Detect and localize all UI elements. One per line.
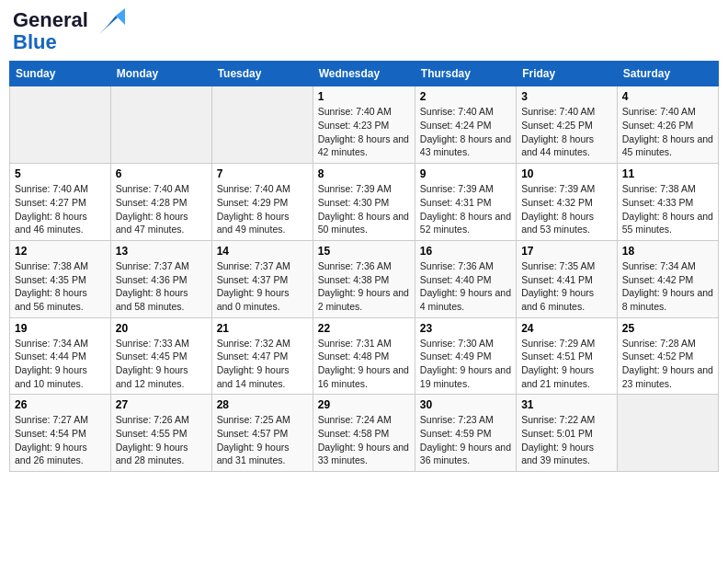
calendar-cell — [110, 86, 211, 164]
day-info: Sunrise: 7:34 AM Sunset: 4:44 PM Dayligh… — [15, 337, 106, 391]
day-number: 25 — [622, 322, 713, 335]
calendar-cell: 3Sunrise: 7:40 AM Sunset: 4:25 PM Daylig… — [517, 86, 618, 164]
calendar-cell: 17Sunrise: 7:35 AM Sunset: 4:41 PM Dayli… — [517, 240, 618, 317]
day-number: 26 — [15, 398, 106, 411]
calendar-cell: 4Sunrise: 7:40 AM Sunset: 4:26 PM Daylig… — [617, 86, 718, 164]
calendar-cell: 15Sunrise: 7:36 AM Sunset: 4:38 PM Dayli… — [313, 240, 415, 317]
calendar-body: 1Sunrise: 7:40 AM Sunset: 4:23 PM Daylig… — [10, 86, 719, 472]
calendar-cell: 24Sunrise: 7:29 AM Sunset: 4:51 PM Dayli… — [517, 317, 618, 395]
day-info: Sunrise: 7:40 AM Sunset: 4:23 PM Dayligh… — [318, 105, 410, 159]
day-info: Sunrise: 7:38 AM Sunset: 4:33 PM Dayligh… — [622, 182, 713, 236]
day-number: 14 — [217, 245, 308, 258]
calendar-cell: 30Sunrise: 7:23 AM Sunset: 4:59 PM Dayli… — [415, 395, 516, 472]
calendar-cell: 29Sunrise: 7:24 AM Sunset: 4:58 PM Dayli… — [313, 395, 415, 472]
calendar-cell: 31Sunrise: 7:22 AM Sunset: 5:01 PM Dayli… — [517, 395, 618, 472]
calendar-cell: 22Sunrise: 7:31 AM Sunset: 4:48 PM Dayli… — [313, 317, 415, 395]
calendar-cell: 8Sunrise: 7:39 AM Sunset: 4:30 PM Daylig… — [313, 164, 415, 241]
day-info: Sunrise: 7:38 AM Sunset: 4:35 PM Dayligh… — [15, 259, 106, 314]
day-number: 10 — [521, 167, 612, 180]
day-number: 11 — [622, 167, 713, 180]
day-number: 16 — [420, 245, 511, 258]
day-number: 18 — [622, 245, 713, 258]
day-info: Sunrise: 7:28 AM Sunset: 4:52 PM Dayligh… — [622, 337, 713, 391]
day-number: 28 — [217, 398, 308, 411]
day-info: Sunrise: 7:40 AM Sunset: 4:28 PM Dayligh… — [116, 182, 207, 236]
calendar-cell: 6Sunrise: 7:40 AM Sunset: 4:28 PM Daylig… — [110, 164, 211, 241]
day-info: Sunrise: 7:40 AM Sunset: 4:27 PM Dayligh… — [15, 182, 106, 236]
day-of-week-header: Monday — [110, 62, 211, 86]
day-number: 8 — [318, 167, 410, 180]
day-of-week-header: Saturday — [617, 62, 718, 86]
day-info: Sunrise: 7:40 AM Sunset: 4:26 PM Dayligh… — [622, 105, 713, 159]
calendar-cell: 11Sunrise: 7:38 AM Sunset: 4:33 PM Dayli… — [617, 164, 718, 241]
day-number: 9 — [420, 167, 511, 180]
logo-text: GeneralBlue — [13, 9, 88, 53]
day-of-week-header: Thursday — [415, 62, 516, 86]
svg-marker-1 — [116, 8, 125, 25]
calendar-week-row: 1Sunrise: 7:40 AM Sunset: 4:23 PM Daylig… — [10, 86, 719, 164]
day-info: Sunrise: 7:33 AM Sunset: 4:45 PM Dayligh… — [116, 337, 207, 391]
day-info: Sunrise: 7:40 AM Sunset: 4:24 PM Dayligh… — [420, 105, 511, 159]
day-info: Sunrise: 7:29 AM Sunset: 4:51 PM Dayligh… — [521, 337, 612, 391]
day-info: Sunrise: 7:40 AM Sunset: 4:29 PM Dayligh… — [217, 182, 308, 236]
calendar-cell: 2Sunrise: 7:40 AM Sunset: 4:24 PM Daylig… — [415, 86, 516, 164]
day-info: Sunrise: 7:23 AM Sunset: 4:59 PM Dayligh… — [420, 413, 511, 467]
day-of-week-header: Friday — [517, 62, 618, 86]
calendar-week-row: 26Sunrise: 7:27 AM Sunset: 4:54 PM Dayli… — [10, 395, 719, 472]
calendar-week-row: 19Sunrise: 7:34 AM Sunset: 4:44 PM Dayli… — [10, 317, 719, 395]
day-info: Sunrise: 7:36 AM Sunset: 4:40 PM Dayligh… — [420, 259, 511, 314]
calendar-cell: 16Sunrise: 7:36 AM Sunset: 4:40 PM Dayli… — [415, 240, 516, 317]
day-of-week-header: Tuesday — [211, 62, 313, 86]
day-number: 12 — [15, 245, 106, 258]
calendar-cell: 12Sunrise: 7:38 AM Sunset: 4:35 PM Dayli… — [10, 240, 111, 317]
day-info: Sunrise: 7:40 AM Sunset: 4:25 PM Dayligh… — [521, 105, 612, 159]
logo: GeneralBlue — [13, 9, 125, 53]
day-number: 30 — [420, 398, 511, 411]
calendar-cell: 27Sunrise: 7:26 AM Sunset: 4:55 PM Dayli… — [110, 395, 211, 472]
calendar-cell: 20Sunrise: 7:33 AM Sunset: 4:45 PM Dayli… — [110, 317, 211, 395]
day-info: Sunrise: 7:37 AM Sunset: 4:36 PM Dayligh… — [116, 259, 207, 314]
day-info: Sunrise: 7:39 AM Sunset: 4:30 PM Dayligh… — [318, 182, 410, 236]
calendar-cell: 21Sunrise: 7:32 AM Sunset: 4:47 PM Dayli… — [211, 317, 313, 395]
day-info: Sunrise: 7:31 AM Sunset: 4:48 PM Dayligh… — [318, 337, 410, 391]
day-info: Sunrise: 7:36 AM Sunset: 4:38 PM Dayligh… — [318, 259, 410, 314]
calendar-week-row: 12Sunrise: 7:38 AM Sunset: 4:35 PM Dayli… — [10, 240, 719, 317]
calendar-cell: 25Sunrise: 7:28 AM Sunset: 4:52 PM Dayli… — [617, 317, 718, 395]
day-number: 7 — [217, 167, 308, 180]
calendar-cell: 13Sunrise: 7:37 AM Sunset: 4:36 PM Dayli… — [110, 240, 211, 317]
calendar-cell: 10Sunrise: 7:39 AM Sunset: 4:32 PM Dayli… — [517, 164, 618, 241]
day-info: Sunrise: 7:34 AM Sunset: 4:42 PM Dayligh… — [622, 259, 713, 314]
day-number: 19 — [15, 322, 106, 335]
day-info: Sunrise: 7:25 AM Sunset: 4:57 PM Dayligh… — [217, 413, 308, 467]
day-number: 13 — [116, 245, 207, 258]
day-info: Sunrise: 7:39 AM Sunset: 4:32 PM Dayligh… — [521, 182, 612, 236]
day-info: Sunrise: 7:37 AM Sunset: 4:37 PM Dayligh… — [217, 259, 308, 314]
day-info: Sunrise: 7:30 AM Sunset: 4:49 PM Dayligh… — [420, 337, 511, 391]
day-number: 20 — [116, 322, 207, 335]
day-number: 2 — [420, 90, 511, 103]
calendar-week-row: 5Sunrise: 7:40 AM Sunset: 4:27 PM Daylig… — [10, 164, 719, 241]
day-number: 4 — [622, 90, 713, 103]
day-number: 5 — [15, 167, 106, 180]
day-of-week-header: Wednesday — [313, 62, 415, 86]
page-header: GeneralBlue — [9, 9, 719, 53]
calendar-cell: 1Sunrise: 7:40 AM Sunset: 4:23 PM Daylig… — [313, 86, 415, 164]
calendar-header-row: SundayMondayTuesdayWednesdayThursdayFrid… — [10, 62, 719, 86]
logo-icon — [90, 8, 125, 38]
calendar-cell: 14Sunrise: 7:37 AM Sunset: 4:37 PM Dayli… — [211, 240, 313, 317]
day-number: 24 — [521, 322, 612, 335]
day-info: Sunrise: 7:24 AM Sunset: 4:58 PM Dayligh… — [318, 413, 410, 467]
calendar-cell — [617, 395, 718, 472]
day-number: 15 — [318, 245, 410, 258]
day-info: Sunrise: 7:39 AM Sunset: 4:31 PM Dayligh… — [420, 182, 511, 236]
day-info: Sunrise: 7:32 AM Sunset: 4:47 PM Dayligh… — [217, 337, 308, 391]
day-info: Sunrise: 7:22 AM Sunset: 5:01 PM Dayligh… — [521, 413, 612, 467]
calendar-cell: 28Sunrise: 7:25 AM Sunset: 4:57 PM Dayli… — [211, 395, 313, 472]
calendar-cell: 19Sunrise: 7:34 AM Sunset: 4:44 PM Dayli… — [10, 317, 111, 395]
day-number: 27 — [116, 398, 207, 411]
day-number: 1 — [318, 90, 410, 103]
day-info: Sunrise: 7:27 AM Sunset: 4:54 PM Dayligh… — [15, 413, 106, 467]
calendar-table: SundayMondayTuesdayWednesdayThursdayFrid… — [9, 61, 719, 472]
day-number: 22 — [318, 322, 410, 335]
calendar-cell: 5Sunrise: 7:40 AM Sunset: 4:27 PM Daylig… — [10, 164, 111, 241]
